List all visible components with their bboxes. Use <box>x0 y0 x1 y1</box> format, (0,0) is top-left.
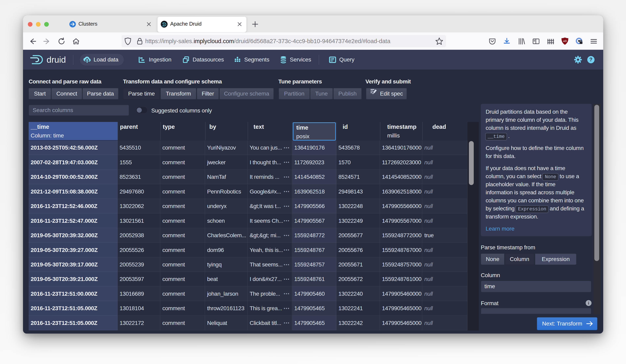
svg-text:?: ? <box>589 57 592 62</box>
svg-text:uO: uO <box>563 39 567 42</box>
